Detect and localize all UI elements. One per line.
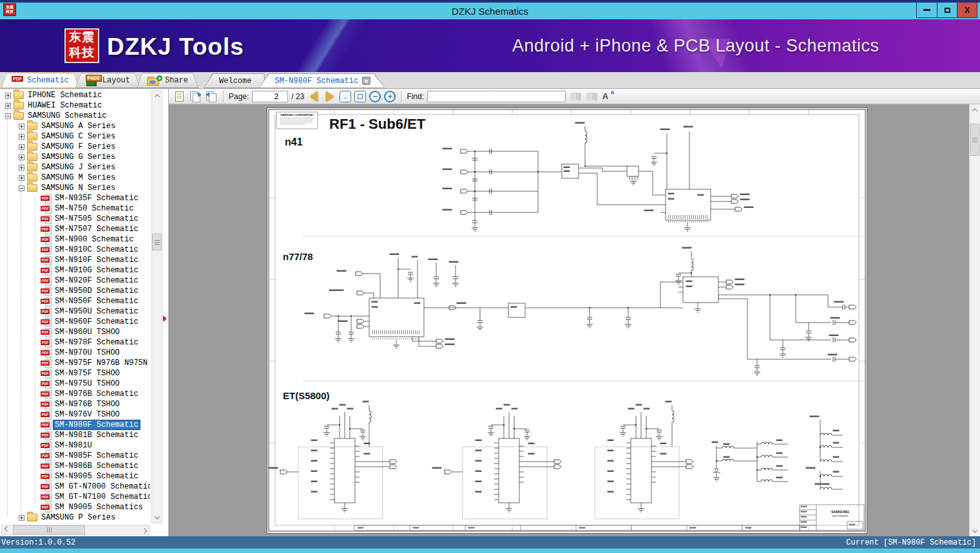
tree-item[interactable]: SAMSUNG M Series: [1, 173, 150, 183]
tree-item[interactable]: SM-N975F N976B N975N Sche: [1, 358, 150, 368]
sidebar-horizontal-scrollbar[interactable]: [1, 525, 150, 535]
scroll-down-button[interactable]: [970, 525, 980, 536]
tree-item[interactable]: SAMSUNG J Series: [1, 162, 150, 173]
tree-item[interactable]: SM-N975U TSHOO: [1, 379, 150, 389]
tab-share[interactable]: Share: [137, 73, 198, 88]
scroll-right-button[interactable]: [139, 525, 149, 534]
tree-item[interactable]: SM-N976V TSHOO: [1, 409, 150, 420]
tree-item[interactable]: SM-N960F Schematic: [1, 317, 150, 327]
splitter-collapse-arrow[interactable]: [163, 315, 167, 322]
tree-item[interactable]: SM-N985F Schematic: [1, 451, 150, 461]
zoom-in-button[interactable]: +: [384, 91, 396, 102]
doc-tab-welcome[interactable]: Welcome: [204, 73, 265, 88]
fit-width-button[interactable]: ↔: [340, 91, 351, 102]
scrollbar-thumb[interactable]: [970, 124, 979, 156]
company-subname: ELECTRONICS: [832, 515, 849, 518]
tree-item[interactable]: SM-N7507 Schematic: [1, 224, 150, 234]
tree-item-label: SM-N975F N976B N975N Sche: [53, 359, 150, 368]
expand-toggle-icon[interactable]: [5, 103, 11, 109]
expand-toggle-icon[interactable]: [19, 124, 24, 129]
tree-item[interactable]: SAMSUNG P Series: [1, 512, 150, 523]
page-number-input[interactable]: [252, 91, 288, 102]
properties-button[interactable]: [173, 90, 186, 103]
tab-layout[interactable]: PADS Layout: [75, 73, 140, 88]
close-tab-icon[interactable]: [362, 77, 370, 85]
document-area: SAMSUNG CONFIDENTIAL RF1 - Sub6/ET n41 n…: [169, 104, 980, 536]
expand-toggle-icon[interactable]: [19, 144, 24, 150]
expand-toggle-icon[interactable]: [19, 134, 24, 140]
tree-item[interactable]: SM-N960U TSHOO: [1, 327, 150, 337]
maximize-icon: [945, 8, 950, 13]
tree-item[interactable]: SAMSUNG C Series: [1, 131, 150, 142]
scroll-left-button[interactable]: [2, 525, 12, 534]
tree-item[interactable]: SAMSUNG G Series: [1, 152, 150, 162]
tree-item[interactable]: SM-N950F Schematic: [1, 296, 150, 306]
tree-item[interactable]: IPHONE Schematic: [1, 90, 150, 100]
text-settings-button[interactable]: Aa: [601, 90, 614, 103]
maximize-button[interactable]: [937, 3, 957, 17]
version-label: Version:1.0.0.52: [1, 538, 75, 547]
expand-toggle-icon[interactable]: [19, 515, 24, 521]
tree-item[interactable]: SM-N910G Schematic: [1, 265, 150, 276]
tree-item[interactable]: SM-N981U: [1, 440, 150, 451]
tree-item-label: SM-N970F Schematic: [53, 338, 140, 347]
tree-item[interactable]: SM-N7505 Schematic: [1, 214, 150, 224]
tree-item[interactable]: SM-N950U Schematic: [1, 306, 150, 317]
sidebar-vertical-scrollbar[interactable]: [151, 90, 162, 523]
tree-item[interactable]: SM GT-N7100 Schematics: [1, 492, 150, 502]
scroll-up-button[interactable]: [970, 104, 980, 115]
tree-item[interactable]: SM-N920F Schematic: [1, 276, 150, 286]
zoom-out-button[interactable]: −: [369, 91, 381, 102]
expand-toggle-icon[interactable]: [5, 113, 11, 119]
find-next-icon: [586, 92, 597, 101]
tree-item[interactable]: SM-N910F Schematic: [1, 255, 150, 265]
expand-toggle-icon[interactable]: [19, 155, 24, 160]
tree-item[interactable]: SM-N981B Schematic: [1, 430, 150, 440]
tree-item[interactable]: SM-N970U TSHOO: [1, 348, 150, 358]
tree-item[interactable]: SM-N970F Schematic: [1, 337, 150, 348]
tree-item-icon: [27, 133, 37, 140]
prev-view-button[interactable]: [205, 90, 218, 103]
find-input[interactable]: [427, 91, 566, 102]
tree-item[interactable]: SM-N975F TSHOO: [1, 368, 150, 379]
tree-item[interactable]: SAMSUNG A Series: [1, 121, 150, 131]
scrollbar-thumb[interactable]: [13, 525, 85, 534]
tab-schematic[interactable]: PDF Schematic: [1, 73, 79, 88]
tree-item[interactable]: SM GT-N7000 Schematics: [1, 482, 150, 492]
expand-toggle-icon[interactable]: [19, 185, 24, 191]
tree-item[interactable]: SM-N900 Schematic: [1, 234, 150, 245]
tree-item-label: SM-N975U TSHOO: [53, 379, 121, 388]
expand-toggle-icon[interactable]: [19, 175, 24, 181]
expand-toggle-icon[interactable]: [5, 93, 11, 98]
doc-tab-sm-n980f[interactable]: SM-N980F Schematic: [259, 73, 385, 88]
tree-item[interactable]: SM-N950D Schematic: [1, 286, 150, 296]
tree-item[interactable]: SM-N986B Schematic: [1, 461, 150, 471]
next-view-button[interactable]: [189, 90, 202, 103]
tree-item[interactable]: SAMSUNG F Series: [1, 142, 150, 152]
close-button[interactable]: X: [957, 3, 977, 17]
tree-item[interactable]: HUAWEI Schematic: [1, 100, 150, 111]
scroll-up-button[interactable]: [152, 91, 162, 101]
previous-page-button[interactable]: [307, 90, 320, 103]
tree-item[interactable]: SAMSUNG N Series: [1, 183, 150, 193]
tree-item-icon: [41, 246, 51, 254]
scrollbar-thumb[interactable]: [152, 234, 162, 250]
tree-item[interactable]: SM-N910C Schematic: [1, 245, 150, 255]
fit-page-button[interactable]: [354, 91, 366, 102]
tree-item[interactable]: SM-N976B Schematic: [1, 389, 150, 399]
expand-toggle-icon[interactable]: [19, 165, 24, 171]
find-previous-button[interactable]: [569, 90, 582, 103]
tree-item[interactable]: SM-N980F Schematic: [1, 420, 150, 430]
sidebar: IPHONE Schematic HUAWEI Schematic SAMS: [0, 89, 169, 536]
tree-item[interactable]: SM-N9005 Schematic: [1, 471, 150, 482]
tree-item[interactable]: SM N9005 Schematics: [1, 502, 150, 512]
tree-item[interactable]: SM-N935F Schematic: [1, 193, 150, 203]
minimize-button[interactable]: [917, 3, 937, 17]
scroll-down-button[interactable]: [152, 512, 162, 523]
next-page-button[interactable]: [323, 90, 336, 103]
tree-item[interactable]: SAMSUNG Schematic: [1, 111, 150, 121]
tree-item[interactable]: SM-N976B TSHOO: [1, 399, 150, 409]
document-vertical-scrollbar[interactable]: [969, 104, 980, 536]
tree-item[interactable]: SM-N750 Schematic: [1, 203, 150, 214]
find-next-button[interactable]: [585, 90, 598, 103]
